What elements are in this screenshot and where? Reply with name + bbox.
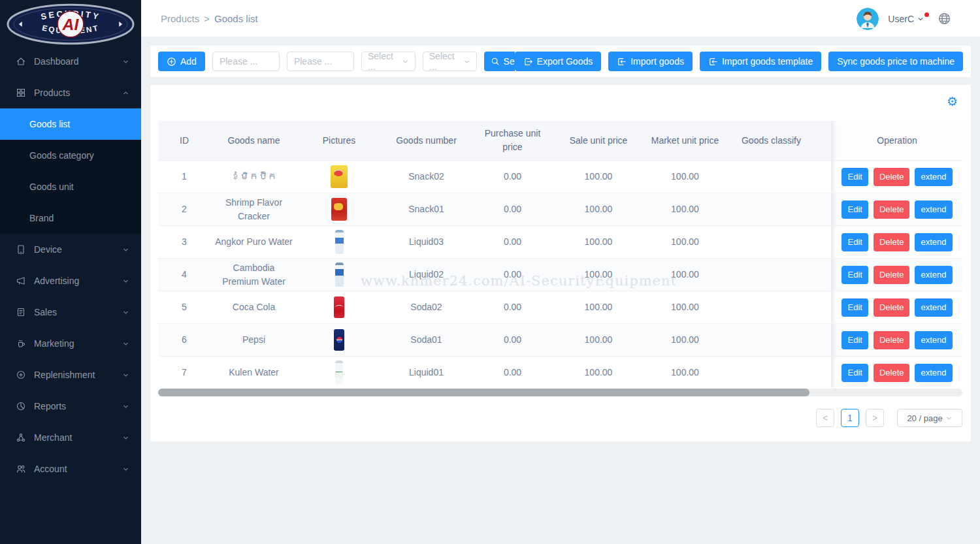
product-image[interactable]: [334, 329, 344, 351]
sidebar-item-products[interactable]: Products: [0, 77, 141, 108]
extend-button[interactable]: extend: [915, 266, 952, 284]
cell-goods-number: Liquid01: [381, 357, 472, 387]
sync-price-button[interactable]: Sync goods price to machine: [828, 52, 963, 71]
edit-button[interactable]: Edit: [841, 200, 868, 219]
cell-id: 4: [158, 259, 210, 291]
horizontal-scrollbar-track[interactable]: [158, 389, 962, 396]
extend-button[interactable]: extend: [915, 298, 952, 317]
cell-pictures: [297, 357, 381, 387]
company-logo: SECURITY EQUIPMENT AI: [0, 0, 141, 46]
sidebar-item-label: Marketing: [34, 338, 122, 349]
delete-button[interactable]: Delete: [874, 200, 910, 219]
product-image[interactable]: [335, 230, 344, 254]
add-button[interactable]: Add: [158, 52, 205, 71]
category-select[interactable]: Select ...: [361, 52, 416, 71]
sidebar-item-brand[interactable]: Brand: [0, 202, 141, 234]
edit-button[interactable]: Edit: [841, 233, 868, 251]
chevron-down-icon: [917, 15, 924, 23]
sidebar-item-device[interactable]: Device: [0, 234, 141, 265]
cell-goods-classify: [727, 193, 816, 225]
cell-goods-classify: [727, 226, 816, 258]
table-body: 1 ខំម៉ីកប៊ីក Snack02 0.00 100.00 100.00 …: [158, 161, 962, 387]
breadcrumb-parent[interactable]: Products: [161, 13, 199, 24]
delete-button[interactable]: Delete: [874, 331, 910, 349]
gear-icon[interactable]: ⚙: [947, 95, 958, 108]
extend-button[interactable]: extend: [915, 364, 952, 382]
delete-button[interactable]: Delete: [874, 266, 910, 284]
edit-button[interactable]: Edit: [841, 168, 868, 186]
cell-goods-number: Snack02: [381, 161, 472, 193]
import-goods-button[interactable]: Import goods: [608, 52, 693, 71]
extend-button[interactable]: extend: [915, 233, 952, 251]
chevron-down-icon: [122, 309, 129, 316]
edit-button[interactable]: Edit: [841, 364, 868, 382]
tablet-icon: [16, 244, 26, 255]
edit-button[interactable]: Edit: [841, 331, 868, 349]
sidebar-item-merchant[interactable]: Merchant: [0, 422, 141, 453]
user-menu[interactable]: UserC: [888, 14, 924, 24]
extend-button[interactable]: extend: [915, 200, 952, 219]
cell-goods-name: Coca Cola: [210, 291, 297, 323]
search-icon: [491, 57, 500, 66]
sidebar-item-sales[interactable]: Sales: [0, 296, 141, 328]
product-image[interactable]: [334, 296, 344, 318]
goods-number-input[interactable]: [287, 52, 354, 71]
select-placeholder: Select ...: [429, 51, 463, 72]
avatar[interactable]: [857, 8, 879, 30]
cell-market-price: 100.00: [644, 357, 727, 387]
cell-goods-number: Soda01: [381, 324, 472, 356]
column-header-id: ID: [158, 121, 210, 160]
search-button[interactable]: Se: [484, 52, 515, 71]
product-image[interactable]: [335, 360, 343, 385]
export-goods-button[interactable]: Export Goods: [515, 52, 602, 71]
products-submenu: Goods list Goods category Goods unit Bra…: [0, 108, 141, 234]
page-size-select[interactable]: 20 / page: [897, 409, 962, 427]
extend-button[interactable]: extend: [915, 168, 952, 186]
chevron-down-icon: [402, 58, 409, 65]
edit-button[interactable]: Edit: [841, 266, 868, 284]
sidebar-item-replenishment[interactable]: Replenishment: [0, 359, 141, 391]
column-gap: [816, 357, 831, 387]
product-image[interactable]: [331, 165, 348, 188]
column-gap: [816, 291, 831, 323]
delete-button[interactable]: Delete: [874, 364, 910, 382]
prev-page-button[interactable]: <: [816, 409, 834, 427]
delete-button[interactable]: Delete: [874, 233, 910, 251]
table-row: 1 ខំម៉ីកប៊ីក Snack02 0.00 100.00 100.00 …: [158, 161, 962, 193]
sidebar-item-advertising[interactable]: Advertising: [0, 265, 141, 296]
column-gap: [816, 226, 831, 258]
sidebar-item-goods-list[interactable]: Goods list: [0, 108, 141, 140]
sidebar-item-marketing[interactable]: Marketing: [0, 328, 141, 359]
delete-button[interactable]: Delete: [874, 168, 910, 186]
cell-purchase-price: 0.00: [472, 324, 553, 356]
sidebar-item-reports[interactable]: Reports: [0, 391, 141, 422]
cell-sale-price: 100.00: [553, 259, 644, 291]
cell-sale-price: 100.00: [553, 357, 644, 387]
edit-button[interactable]: Edit: [841, 298, 868, 317]
cell-goods-name: Cambodia Premium Water: [210, 259, 297, 291]
horizontal-scrollbar-thumb[interactable]: [158, 389, 809, 396]
globe-icon[interactable]: [938, 12, 951, 25]
goods-name-input[interactable]: [212, 52, 280, 71]
plus-circle-icon: [16, 370, 26, 380]
sidebar-item-goods-category[interactable]: Goods category: [0, 140, 141, 171]
breadcrumb-current: Goods list: [214, 13, 258, 24]
cell-goods-name: Kulen Water: [210, 357, 297, 387]
next-page-button[interactable]: >: [866, 409, 884, 427]
cell-goods-number: Liquid02: [381, 259, 472, 291]
sidebar-item-account[interactable]: Account: [0, 453, 141, 485]
product-image[interactable]: [331, 198, 347, 221]
cell-id: 7: [158, 357, 210, 387]
sidebar-item-goods-unit[interactable]: Goods unit: [0, 171, 141, 202]
product-image[interactable]: [335, 263, 344, 287]
brand-select[interactable]: Select ...: [423, 52, 477, 71]
sidebar-item-dashboard[interactable]: Dashboard: [0, 46, 141, 77]
page-number-button[interactable]: 1: [841, 409, 859, 427]
cell-market-price: 100.00: [644, 161, 727, 193]
cell-goods-classify: [727, 259, 816, 291]
import-goods-template-button[interactable]: Import goods template: [700, 52, 821, 71]
cell-goods-name: Shrimp Flavor Cracker: [210, 193, 297, 225]
delete-button[interactable]: Delete: [874, 298, 910, 317]
extend-button[interactable]: extend: [915, 331, 952, 349]
breadcrumb-separator: >: [204, 13, 210, 24]
